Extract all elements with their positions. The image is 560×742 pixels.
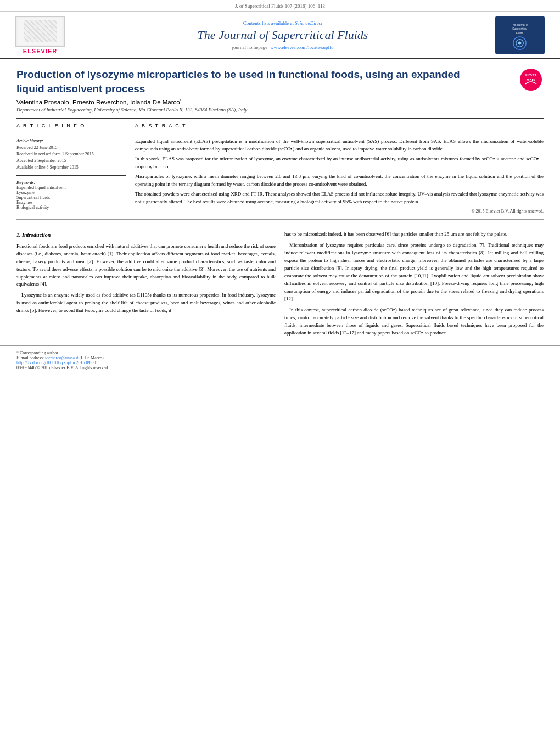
article-info-column: A R T I C L E I N F O Article history: R… <box>16 123 126 214</box>
journal-homepage-line: journal homepage: www.elsevier.com/locat… <box>70 44 495 50</box>
abstract-para-4: The obtained powders were characterized … <box>135 191 544 205</box>
footnote-star: * Corresponding author. <box>16 350 544 355</box>
keyword-2: Lysozyme <box>16 190 126 195</box>
abstract-divider <box>135 133 544 133</box>
abstract-text: Expanded liquid antisolvent (ELAS) preci… <box>135 138 544 205</box>
intro-right-para-3: In this context, supercritical carbon di… <box>284 306 544 337</box>
svg-point-5 <box>29 33 36 37</box>
footnote-doi: http://dx.doi.org/10.1016/j.supflu.2015.… <box>16 360 544 365</box>
svg-text:Supercritical: Supercritical <box>512 27 527 30</box>
svg-text:Fluids: Fluids <box>516 32 523 35</box>
copyright-line: © 2015 Elsevier B.V. All rights reserved… <box>135 209 544 214</box>
online-date: Available online 8 September 2015 <box>16 164 126 171</box>
elsevier-logo: ELSEVIER <box>10 16 70 54</box>
revised-date: Received in revised form 1 September 201… <box>16 151 126 158</box>
history-label: Article history: <box>16 138 126 144</box>
body-section-1: 1. Introduction Functional foods are foo… <box>0 231 560 340</box>
svg-point-7 <box>34 35 41 39</box>
info-divider <box>16 133 126 133</box>
title-divider <box>16 118 544 119</box>
footnote-area: * Corresponding author. E-mail address: … <box>0 345 560 373</box>
title-section: Production of lysozyme microparticles to… <box>16 68 544 96</box>
keyword-5: Biological activity <box>16 205 126 210</box>
article-info-abstract: A R T I C L E I N F O Article history: R… <box>16 123 544 214</box>
svg-rect-0 <box>18 18 62 45</box>
svg-point-6 <box>44 33 52 37</box>
elsevier-wordmark: ELSEVIER <box>23 48 57 54</box>
citation-bar: J. of Supercritical Fluids 107 (2016) 10… <box>0 0 560 12</box>
sciencedirect-line: Contents lists available at ScienceDirec… <box>70 20 495 26</box>
received-date: Received 22 June 2015 <box>16 144 126 151</box>
abstract-para-3: Microparticles of lysozyme, with a mean … <box>135 173 544 188</box>
abstract-column: A B S T R A C T Expanded liquid antisolv… <box>135 123 544 214</box>
abstract-para-2: In this work, ELAS was proposed for the … <box>135 155 544 170</box>
elsevier-logo-area: ELSEVIER <box>10 16 70 54</box>
svg-point-4 <box>41 27 50 32</box>
body-divider <box>16 219 544 220</box>
keywords-divider <box>16 175 126 176</box>
svg-point-15 <box>518 41 522 44</box>
article-history: Article history: Received 22 June 2015 R… <box>16 138 126 171</box>
intro-right-para-2: Micronization of lysozyme requires parti… <box>284 242 544 303</box>
crossmark-logo: Cross Mark <box>519 68 544 92</box>
footnote-email: E-mail address: idemarco@unisa.it (I. De… <box>16 355 544 360</box>
footnote-email-link[interactable]: idemarco@unisa.it <box>45 355 78 360</box>
keyword-3: Supercritical fluids <box>16 195 126 200</box>
affiliation-line: Department of Industrial Engineering, Un… <box>16 107 544 113</box>
page: J. of Supercritical Fluids 107 (2016) 10… <box>0 0 560 742</box>
authors-line: Valentina Prosapio, Ernesto Reverchon, I… <box>16 99 544 105</box>
journal-banner: ELSEVIER Contents lists available at Sci… <box>0 12 560 59</box>
journal-title: The Journal of Supercritical Fluids <box>70 28 495 42</box>
svg-point-3 <box>30 27 39 32</box>
footnote-issn: 0896-8446/© 2015 Elsevier B.V. All right… <box>16 365 544 370</box>
supercritical-fluids-logo: The Journal of Supercritical Fluids <box>495 16 545 54</box>
journal-title-area: Contents lists available at ScienceDirec… <box>70 20 495 49</box>
abstract-heading: A B S T R A C T <box>135 123 544 129</box>
authors-text: Valentina Prosapio, Ernesto Reverchon, I… <box>16 99 181 105</box>
keywords-list: Expanded liquid antisolvent Lysozyme Sup… <box>16 185 126 210</box>
svg-point-2 <box>33 20 47 29</box>
article-content: Production of lysozyme microparticles to… <box>0 59 560 231</box>
article-info-heading: A R T I C L E I N F O <box>16 123 126 129</box>
svg-point-8 <box>40 35 46 39</box>
svg-text:Cross: Cross <box>525 73 536 77</box>
abstract-para-1: Expanded liquid antisolvent (ELAS) preci… <box>135 138 544 153</box>
journal-logo-area: The Journal of Supercritical Fluids <box>495 16 550 54</box>
footnote-email-person: (I. De Marco). <box>79 355 104 360</box>
intro-heading: 1. Introduction <box>16 231 276 239</box>
intro-para-1: Functional foods are food products enric… <box>16 243 276 289</box>
keywords-label: Keywords: <box>16 180 126 185</box>
keyword-1: Expanded liquid antisolvent <box>16 185 126 190</box>
sciencedirect-link-text[interactable]: ScienceDirect <box>295 20 322 26</box>
journal-homepage-url[interactable]: www.elsevier.com/locate/supflu <box>270 44 333 50</box>
doi-link[interactable]: http://dx.doi.org/10.1016/j.supflu.2015.… <box>16 360 98 365</box>
citation-text: J. of Supercritical Fluids 107 (2016) 10… <box>235 3 325 9</box>
svg-text:The Journal of: The Journal of <box>511 23 528 26</box>
intro-right-para-1: has to be micronized; indeed, it has bee… <box>284 231 544 238</box>
accepted-date: Accepted 2 September 2015 <box>16 158 126 164</box>
body-left-col: 1. Introduction Functional foods are foo… <box>16 231 276 340</box>
svg-text:Mark: Mark <box>527 78 535 82</box>
elsevier-logo-image <box>15 16 65 47</box>
body-right-col: has to be micronized; indeed, it has bee… <box>284 231 544 340</box>
article-title: Production of lysozyme microparticles to… <box>16 68 472 96</box>
intro-para-2: Lysozyme is an enzyme widely used as foo… <box>16 292 276 315</box>
keyword-4: Enzymes <box>16 200 126 205</box>
